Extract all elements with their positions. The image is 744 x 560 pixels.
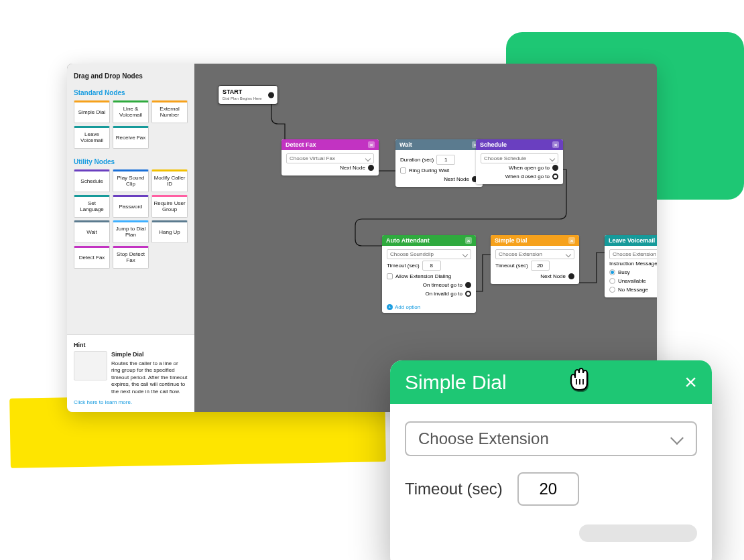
- tile-receive-fax[interactable]: Receive Fax: [113, 126, 149, 149]
- schedule-title: Schedule: [480, 141, 507, 148]
- tile-detect-fax[interactable]: Detect Fax: [74, 246, 110, 269]
- auto-timeout-port[interactable]: [465, 282, 471, 288]
- voicemail-radio-busy[interactable]: [609, 269, 615, 275]
- dialog-select-label: Choose Extension: [418, 429, 549, 448]
- simple-dial-dialog[interactable]: Simple Dial × Choose Extension Timeout (…: [390, 360, 712, 560]
- wait-header[interactable]: Wait ×: [395, 139, 483, 150]
- dialog-timeout-input[interactable]: [517, 472, 579, 506]
- auto-invalid-out-label: On invalid go to: [425, 291, 462, 297]
- tile-stop-detect-fax[interactable]: Stop Detect Fax: [113, 246, 149, 269]
- chevron-down-icon: [462, 252, 468, 257]
- tile-hangup[interactable]: Hang Up: [151, 220, 188, 243]
- chevron-down-icon: [550, 156, 555, 161]
- wait-duration-label: Duration (sec): [400, 157, 434, 163]
- node-auto-attendant[interactable]: Auto Attendant × Choose Soundclip Timeou…: [382, 235, 476, 313]
- detect-fax-close-icon[interactable]: ×: [368, 141, 375, 148]
- hint-thumbnail: [74, 351, 107, 380]
- simple-close-icon[interactable]: ×: [568, 237, 575, 244]
- auto-select[interactable]: Choose Soundclip: [387, 249, 471, 259]
- dialog-title: Simple Dial: [405, 371, 507, 394]
- node-schedule[interactable]: Schedule × Choose Schedule When open go …: [476, 139, 563, 184]
- hint-panel: Hint Simple Dial Routes the caller to a …: [67, 334, 194, 412]
- simple-select[interactable]: Choose Extension: [495, 249, 574, 259]
- auto-close-icon[interactable]: ×: [465, 237, 472, 244]
- voicemail-radio-unavailable[interactable]: [609, 278, 615, 284]
- standard-nodes-title: Standard Nodes: [74, 85, 188, 100]
- tile-set-language[interactable]: Set Language: [74, 195, 110, 218]
- auto-allow-checkbox[interactable]: [387, 273, 393, 279]
- node-leave-voicemail[interactable]: Leave Voicemail × Choose Extension Instr…: [605, 235, 657, 297]
- wait-duration-input[interactable]: [436, 155, 455, 165]
- auto-invalid-port[interactable]: [465, 291, 471, 297]
- tile-play-sound[interactable]: Play Sound Clip: [113, 169, 149, 192]
- schedule-select[interactable]: Choose Schedule: [481, 153, 558, 163]
- auto-title: Auto Attendant: [386, 237, 430, 244]
- detect-fax-out-port[interactable]: [368, 165, 374, 171]
- schedule-header[interactable]: Schedule ×: [476, 139, 563, 150]
- voicemail-opt2: Unavailable: [618, 278, 646, 284]
- chevron-down-icon: [672, 433, 684, 445]
- voicemail-select[interactable]: Choose Extension: [609, 249, 657, 259]
- app-window: Drag and Drop Nodes Standard Nodes Simpl…: [67, 64, 657, 412]
- tile-require-group[interactable]: Require User Group: [151, 195, 188, 218]
- voicemail-radio-nomessage[interactable]: [609, 287, 615, 293]
- tile-simple-dial[interactable]: Simple Dial: [74, 100, 110, 123]
- auto-header[interactable]: Auto Attendant ×: [382, 235, 476, 246]
- chevron-down-icon: [365, 156, 371, 161]
- auto-allow-label: Allow Extension Dialing: [395, 273, 451, 279]
- schedule-closed-port[interactable]: [552, 173, 558, 180]
- utility-nodes-title: Utility Nodes: [74, 154, 188, 169]
- wait-out-label: Next Node: [444, 176, 469, 182]
- node-simple-dial[interactable]: Simple Dial × Choose Extension Timeout (…: [491, 235, 579, 284]
- node-wait[interactable]: Wait × Duration (sec) Ring During Wait N…: [395, 139, 483, 187]
- node-detect-fax[interactable]: Detect Fax × Choose Virtual Fax Next Nod…: [282, 139, 379, 176]
- tile-modify-callerid[interactable]: Modify Caller ID: [151, 169, 188, 192]
- tile-external-number[interactable]: External Number: [151, 100, 188, 123]
- dialog-timeout-label: Timeout (sec): [405, 480, 503, 498]
- standard-nodes-grid: Simple Dial Line & Voicemail External Nu…: [74, 100, 188, 149]
- start-port[interactable]: [268, 92, 274, 98]
- detect-fax-header[interactable]: Detect Fax ×: [282, 139, 379, 150]
- hint-body: Routes the caller to a line or ring grou…: [111, 360, 187, 395]
- auto-add-option[interactable]: Add option: [382, 301, 476, 313]
- dialog-header[interactable]: Simple Dial ×: [390, 360, 712, 404]
- auto-timeout-out-label: On timeout go to: [423, 282, 462, 288]
- simple-header[interactable]: Simple Dial ×: [491, 235, 579, 246]
- auto-timeout-input[interactable]: [422, 261, 441, 271]
- detect-fax-select[interactable]: Choose Virtual Fax: [286, 153, 374, 163]
- sidebar-title: Drag and Drop Nodes: [67, 64, 194, 85]
- wait-ring-checkbox[interactable]: [400, 167, 406, 173]
- canvas[interactable]: START Dial Plan Begins Here Detect Fax ×…: [194, 64, 657, 412]
- standard-nodes-section: Standard Nodes Simple Dial Line & Voicem…: [67, 85, 194, 154]
- schedule-open-port[interactable]: [552, 165, 558, 171]
- voicemail-header[interactable]: Leave Voicemail ×: [605, 235, 657, 246]
- sidebar: Drag and Drop Nodes Standard Nodes Simpl…: [67, 64, 194, 412]
- schedule-close-icon[interactable]: ×: [552, 141, 559, 148]
- node-start[interactable]: START Dial Plan Begins Here: [218, 85, 278, 104]
- detect-fax-out-label: Next Node: [340, 165, 365, 171]
- detect-fax-title: Detect Fax: [286, 141, 316, 148]
- dialog-close-icon[interactable]: ×: [684, 370, 697, 395]
- dialog-placeholder-pill: [579, 524, 697, 542]
- dialog-extension-select[interactable]: Choose Extension: [405, 421, 697, 456]
- chevron-down-icon: [566, 252, 571, 257]
- simple-timeout-input[interactable]: [531, 261, 550, 271]
- hint-title: Hint: [74, 342, 188, 348]
- hint-link[interactable]: Click here to learn more.: [74, 399, 188, 405]
- voicemail-msg-label: Instruction Message Type:: [609, 261, 657, 267]
- simple-out-port[interactable]: [568, 273, 574, 279]
- voicemail-opt1: Busy: [618, 269, 630, 275]
- wait-ring-label: Ring During Wait: [409, 167, 449, 173]
- simple-title: Simple Dial: [495, 237, 528, 244]
- schedule-open-label: When open go to: [509, 165, 550, 171]
- voicemail-opt3: No Message: [618, 287, 648, 293]
- tile-password[interactable]: Password: [113, 195, 149, 218]
- tile-line-voicemail[interactable]: Line & Voicemail: [113, 100, 149, 123]
- start-title: START: [223, 88, 264, 95]
- start-subtitle: Dial Plan Begins Here: [223, 96, 262, 100]
- tile-wait[interactable]: Wait: [74, 220, 110, 243]
- tile-jump-dialplan[interactable]: Jump to Dial Plan: [113, 220, 149, 243]
- tile-schedule[interactable]: Schedule: [74, 169, 110, 192]
- tile-leave-voicemail[interactable]: Leave Voicemail: [74, 126, 110, 149]
- wait-title: Wait: [399, 141, 412, 148]
